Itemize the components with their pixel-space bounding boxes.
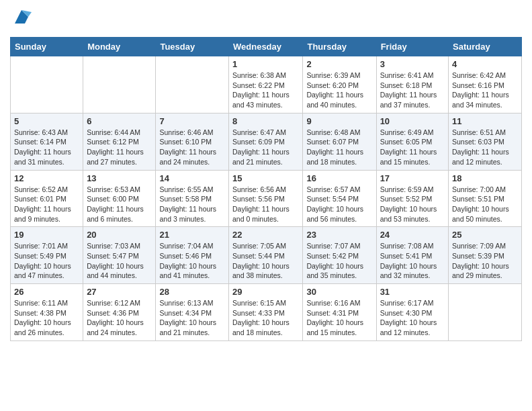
calendar-container: SundayMondayTuesdayWednesdayThursdayFrid… [0,0,532,348]
calendar-cell: 12Sunrise: 6:52 AM Sunset: 6:01 PM Dayli… [11,170,83,227]
calendar-cell: 20Sunrise: 7:03 AM Sunset: 5:47 PM Dayli… [83,227,156,284]
header-row: SundayMondayTuesdayWednesdayThursdayFrid… [11,38,522,56]
day-info: Sunrise: 7:08 AM Sunset: 5:41 PM Dayligh… [380,241,445,281]
calendar-cell [83,56,156,113]
logo-text [10,7,32,30]
calendar-cell: 23Sunrise: 7:07 AM Sunset: 5:42 PM Dayli… [303,227,376,284]
calendar-cell: 15Sunrise: 6:56 AM Sunset: 5:56 PM Dayli… [229,170,303,227]
calendar-cell: 19Sunrise: 7:01 AM Sunset: 5:49 PM Dayli… [11,227,83,284]
day-info: Sunrise: 6:13 AM Sunset: 4:34 PM Dayligh… [159,298,225,338]
day-info: Sunrise: 6:15 AM Sunset: 4:33 PM Dayligh… [232,298,299,338]
day-info: Sunrise: 6:56 AM Sunset: 5:56 PM Dayligh… [232,185,299,224]
calendar-cell: 21Sunrise: 7:04 AM Sunset: 5:46 PM Dayli… [156,227,229,284]
day-number: 14 [159,173,225,183]
day-number: 3 [380,59,445,69]
calendar-cell: 13Sunrise: 6:53 AM Sunset: 6:00 PM Dayli… [83,170,156,227]
day-number: 24 [380,230,445,240]
weekday-header: Thursday [303,38,376,56]
weekday-header: Tuesday [156,38,229,56]
day-number: 18 [452,173,518,183]
calendar-cell: 2Sunrise: 6:39 AM Sunset: 6:20 PM Daylig… [303,56,376,113]
calendar-week-row: 12Sunrise: 6:52 AM Sunset: 6:01 PM Dayli… [11,170,522,227]
calendar-cell: 3Sunrise: 6:41 AM Sunset: 6:18 PM Daylig… [376,56,448,113]
day-number: 15 [232,173,299,183]
day-number: 28 [159,287,225,297]
calendar-week-row: 5Sunrise: 6:43 AM Sunset: 6:14 PM Daylig… [11,113,522,170]
day-info: Sunrise: 6:47 AM Sunset: 6:09 PM Dayligh… [232,128,299,167]
calendar-cell: 16Sunrise: 6:57 AM Sunset: 5:54 PM Dayli… [303,170,376,227]
day-info: Sunrise: 6:43 AM Sunset: 6:14 PM Dayligh… [14,128,79,167]
day-info: Sunrise: 6:42 AM Sunset: 6:16 PM Dayligh… [452,71,518,110]
day-number: 30 [306,287,372,297]
header [10,7,522,30]
calendar-cell: 27Sunrise: 6:12 AM Sunset: 4:36 PM Dayli… [83,284,156,341]
calendar-cell: 18Sunrise: 7:00 AM Sunset: 5:51 PM Dayli… [449,170,522,227]
day-info: Sunrise: 6:59 AM Sunset: 5:52 PM Dayligh… [380,185,445,224]
weekday-header: Wednesday [229,38,303,56]
day-info: Sunrise: 7:05 AM Sunset: 5:44 PM Dayligh… [232,241,299,281]
day-number: 16 [306,173,372,183]
calendar-cell: 6Sunrise: 6:44 AM Sunset: 6:12 PM Daylig… [83,113,156,170]
weekday-header: Sunday [11,38,83,56]
calendar-cell: 4Sunrise: 6:42 AM Sunset: 6:16 PM Daylig… [449,56,522,113]
day-number: 23 [306,230,372,240]
day-info: Sunrise: 7:09 AM Sunset: 5:39 PM Dayligh… [452,241,518,281]
day-number: 1 [232,59,299,69]
day-number: 11 [452,116,518,126]
calendar-cell [156,56,229,113]
day-info: Sunrise: 7:00 AM Sunset: 5:51 PM Dayligh… [452,185,518,224]
calendar-cell: 28Sunrise: 6:13 AM Sunset: 4:34 PM Dayli… [156,284,229,341]
day-number: 25 [452,230,518,240]
day-number: 7 [159,116,225,126]
day-info: Sunrise: 6:53 AM Sunset: 6:00 PM Dayligh… [87,185,152,224]
calendar-cell: 31Sunrise: 6:17 AM Sunset: 4:30 PM Dayli… [376,284,448,341]
day-number: 12 [14,173,79,183]
calendar-cell: 7Sunrise: 6:46 AM Sunset: 6:10 PM Daylig… [156,113,229,170]
calendar-cell: 29Sunrise: 6:15 AM Sunset: 4:33 PM Dayli… [229,284,303,341]
day-info: Sunrise: 6:48 AM Sunset: 6:07 PM Dayligh… [306,128,372,167]
day-info: Sunrise: 6:41 AM Sunset: 6:18 PM Dayligh… [380,71,445,110]
calendar-week-row: 19Sunrise: 7:01 AM Sunset: 5:49 PM Dayli… [11,227,522,284]
day-info: Sunrise: 7:03 AM Sunset: 5:47 PM Dayligh… [87,241,152,281]
day-number: 17 [380,173,445,183]
calendar-cell: 30Sunrise: 6:16 AM Sunset: 4:31 PM Dayli… [303,284,376,341]
day-number: 4 [452,59,518,69]
day-info: Sunrise: 7:04 AM Sunset: 5:46 PM Dayligh… [159,241,225,281]
day-info: Sunrise: 6:51 AM Sunset: 6:03 PM Dayligh… [452,128,518,167]
day-number: 21 [159,230,225,240]
calendar-cell: 22Sunrise: 7:05 AM Sunset: 5:44 PM Dayli… [229,227,303,284]
calendar-cell [11,56,83,113]
calendar-cell: 17Sunrise: 6:59 AM Sunset: 5:52 PM Dayli… [376,170,448,227]
day-number: 27 [87,287,152,297]
calendar-table: SundayMondayTuesdayWednesdayThursdayFrid… [10,37,522,341]
calendar-cell: 5Sunrise: 6:43 AM Sunset: 6:14 PM Daylig… [11,113,83,170]
day-info: Sunrise: 6:46 AM Sunset: 6:10 PM Dayligh… [159,128,225,167]
logo [10,7,32,30]
day-info: Sunrise: 6:12 AM Sunset: 4:36 PM Dayligh… [87,298,152,338]
day-info: Sunrise: 7:07 AM Sunset: 5:42 PM Dayligh… [306,241,372,281]
day-number: 29 [232,287,299,297]
calendar-cell: 24Sunrise: 7:08 AM Sunset: 5:41 PM Dayli… [376,227,448,284]
day-info: Sunrise: 6:16 AM Sunset: 4:31 PM Dayligh… [306,298,372,338]
calendar-cell: 8Sunrise: 6:47 AM Sunset: 6:09 PM Daylig… [229,113,303,170]
calendar-cell: 11Sunrise: 6:51 AM Sunset: 6:03 PM Dayli… [449,113,522,170]
day-info: Sunrise: 6:55 AM Sunset: 5:58 PM Dayligh… [159,185,225,224]
day-number: 5 [14,116,79,126]
day-number: 10 [380,116,445,126]
calendar-cell: 14Sunrise: 6:55 AM Sunset: 5:58 PM Dayli… [156,170,229,227]
calendar-cell: 10Sunrise: 6:49 AM Sunset: 6:05 PM Dayli… [376,113,448,170]
calendar-cell: 1Sunrise: 6:38 AM Sunset: 6:22 PM Daylig… [229,56,303,113]
day-info: Sunrise: 6:52 AM Sunset: 6:01 PM Dayligh… [14,185,79,224]
day-number: 6 [87,116,152,126]
day-number: 19 [14,230,79,240]
day-info: Sunrise: 6:38 AM Sunset: 6:22 PM Dayligh… [232,71,299,110]
day-number: 20 [87,230,152,240]
day-info: Sunrise: 7:01 AM Sunset: 5:49 PM Dayligh… [14,241,79,281]
calendar-cell [449,284,522,341]
day-info: Sunrise: 6:49 AM Sunset: 6:05 PM Dayligh… [380,128,445,167]
day-number: 9 [306,116,372,126]
weekday-header: Friday [376,38,448,56]
calendar-week-row: 26Sunrise: 6:11 AM Sunset: 4:38 PM Dayli… [11,284,522,341]
day-number: 26 [14,287,79,297]
day-info: Sunrise: 6:17 AM Sunset: 4:30 PM Dayligh… [380,298,445,338]
